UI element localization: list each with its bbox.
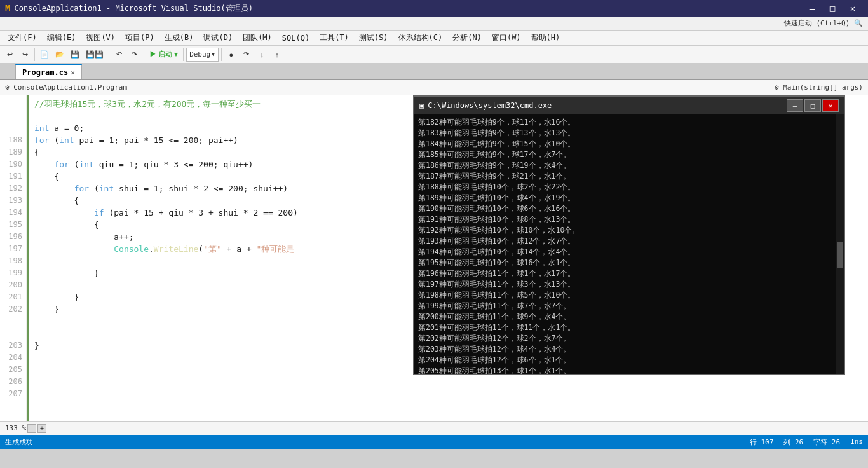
menu-tools[interactable]: 工具(T) bbox=[315, 31, 354, 46]
step-over-button[interactable]: ↷ bbox=[240, 48, 254, 62]
quick-launch-bar: 快速启动 (Ctrl+Q) 🔍 bbox=[0, 17, 868, 31]
cmd-output: 第182种可能羽毛球拍9个，球11个，水16个。 第183种可能羽毛球拍9个，球… bbox=[414, 114, 844, 374]
tab-close-icon[interactable]: × bbox=[71, 69, 75, 77]
cursor-char: 字符 26 bbox=[813, 437, 840, 447]
code-keyword-for2: for bbox=[54, 160, 69, 169]
close-button[interactable]: ✕ bbox=[843, 0, 863, 17]
maximize-button[interactable]: □ bbox=[822, 0, 843, 17]
titlebar-left: M ConsoleApplication1 - Microsoft Visual… bbox=[5, 3, 253, 14]
line-numbers: 188 189 190 191 192 193 194 195 196 197 … bbox=[0, 95, 27, 449]
code-line-comment: //羽毛球拍15元，球3元，水2元，有200元，每一种至少买一 bbox=[34, 99, 261, 109]
code-keyword-for3: for bbox=[74, 184, 89, 193]
zoom-level: 133 % bbox=[5, 424, 26, 432]
start-button[interactable]: ▶ 启动 ▾ bbox=[147, 48, 180, 62]
cmd-title-bar[interactable]: ▣ C:\Windows\system32\cmd.exe — □ ✕ bbox=[414, 97, 844, 114]
status-bar: 生成成功 行 107 列 26 字符 26 Ins bbox=[0, 435, 868, 449]
toolbar-separator-4 bbox=[183, 48, 184, 61]
save-all-button[interactable]: 💾💾 bbox=[83, 48, 106, 62]
menu-edit[interactable]: 编辑(E) bbox=[42, 31, 81, 46]
main-area: 188 189 190 191 192 193 194 195 196 197 … bbox=[0, 95, 868, 449]
menu-view[interactable]: 视图(V) bbox=[81, 31, 120, 46]
forward-button[interactable]: ↪ bbox=[18, 48, 32, 62]
menu-test[interactable]: 测试(S) bbox=[354, 31, 393, 46]
new-file-button[interactable]: 📄 bbox=[37, 48, 51, 62]
bottom-toolbar: 133 % - + bbox=[0, 421, 868, 435]
statusbar-right: 行 107 列 26 字符 26 Ins bbox=[750, 437, 863, 447]
toolbar-separator-3 bbox=[144, 48, 144, 61]
cmd-controls[interactable]: — □ ✕ bbox=[787, 99, 839, 112]
menu-build[interactable]: 生成(B) bbox=[159, 31, 199, 46]
code-keyword-for1: for bbox=[34, 135, 49, 145]
menu-file[interactable]: 文件(F) bbox=[3, 31, 42, 46]
redo-button[interactable]: ↷ bbox=[127, 48, 141, 62]
build-status: 生成成功 bbox=[5, 437, 33, 447]
undo-button[interactable]: ↶ bbox=[112, 48, 126, 62]
toolbar-separator-2 bbox=[109, 48, 109, 61]
menu-help[interactable]: 帮助(H) bbox=[526, 31, 566, 46]
back-button[interactable]: ↩ bbox=[3, 48, 17, 62]
step-out-button[interactable]: ↑ bbox=[270, 48, 284, 62]
cmd-scrollbar-thumb[interactable] bbox=[837, 242, 843, 268]
zoom-plus-button[interactable]: + bbox=[37, 424, 46, 433]
cmd-minimize-button[interactable]: — bbox=[787, 99, 803, 112]
menu-bar: 文件(F) 编辑(E) 视图(V) 项目(P) 生成(B) 调试(D) 团队(M… bbox=[0, 31, 868, 46]
cmd-title-left: ▣ C:\Windows\system32\cmd.exe bbox=[419, 101, 552, 110]
tab-row: Program.cs × bbox=[0, 64, 868, 80]
window-controls[interactable]: — □ ✕ bbox=[802, 0, 863, 17]
cmd-maximize-button[interactable]: □ bbox=[804, 99, 821, 112]
menu-analyze[interactable]: 分析(N) bbox=[447, 31, 487, 46]
cmd-window: ▣ C:\Windows\system32\cmd.exe — □ ✕ 第182… bbox=[413, 95, 845, 375]
debug-dropdown[interactable]: Debug ▾ bbox=[186, 48, 219, 62]
editor-header: ⚙ ConsoleApplication1.Program ⚙ Main(str… bbox=[0, 80, 868, 95]
menu-debug[interactable]: 调试(D) bbox=[198, 31, 238, 46]
insert-mode: Ins bbox=[850, 437, 863, 447]
zoom-area: 133 % - + bbox=[5, 424, 46, 433]
menu-team[interactable]: 团队(M) bbox=[238, 31, 277, 46]
save-button[interactable]: 💾 bbox=[68, 48, 82, 62]
vs-logo: M bbox=[5, 3, 10, 13]
window-title: ConsoleApplication1 - Microsoft Visual S… bbox=[14, 3, 253, 14]
title-bar: M ConsoleApplication1 - Microsoft Visual… bbox=[0, 0, 868, 17]
cursor-row: 行 107 bbox=[750, 437, 774, 447]
breakpoint-button[interactable]: ● bbox=[224, 48, 238, 62]
debug-label: Debug bbox=[189, 50, 210, 59]
editor-tab-program-cs[interactable]: Program.cs × bbox=[15, 64, 82, 79]
quick-launch-label: 快速启动 (Ctrl+Q) bbox=[784, 18, 850, 28]
cursor-col: 列 26 bbox=[783, 437, 803, 447]
cmd-scrollbar[interactable] bbox=[836, 114, 844, 374]
editor-class-path: ⚙ ConsoleApplication1.Program bbox=[5, 83, 127, 92]
cmd-icon: ▣ bbox=[419, 101, 424, 110]
minimize-button[interactable]: — bbox=[802, 0, 822, 17]
menu-sql[interactable]: SQL(Q) bbox=[277, 31, 315, 46]
menu-architecture[interactable]: 体系结构(C) bbox=[393, 31, 448, 46]
zoom-minus-button[interactable]: - bbox=[27, 424, 36, 433]
open-button[interactable]: 📂 bbox=[53, 48, 67, 62]
cmd-title-text: C:\Windows\system32\cmd.exe bbox=[428, 101, 552, 110]
cmd-close-button[interactable]: ✕ bbox=[822, 99, 839, 112]
editor-method-path: ⚙ Main(string[] args) bbox=[775, 83, 863, 92]
code-keyword-int: int bbox=[34, 123, 49, 133]
toolbar-separator-5 bbox=[221, 48, 222, 61]
debug-dropdown-arrow: ▾ bbox=[211, 50, 215, 59]
menu-window[interactable]: 窗口(W) bbox=[487, 31, 526, 46]
code-keyword-if: if bbox=[94, 208, 104, 217]
tab-filename: Program.cs bbox=[22, 68, 68, 77]
toolbar-separator-1 bbox=[34, 48, 35, 61]
toolbar: ↩ ↪ 📄 📂 💾 💾💾 ↶ ↷ ▶ 启动 ▾ Debug ▾ ● ↷ ↓ ↑ bbox=[0, 46, 868, 64]
step-into-button[interactable]: ↓ bbox=[255, 48, 269, 62]
search-icon[interactable]: 🔍 bbox=[854, 19, 863, 27]
menu-project[interactable]: 项目(P) bbox=[120, 31, 159, 46]
